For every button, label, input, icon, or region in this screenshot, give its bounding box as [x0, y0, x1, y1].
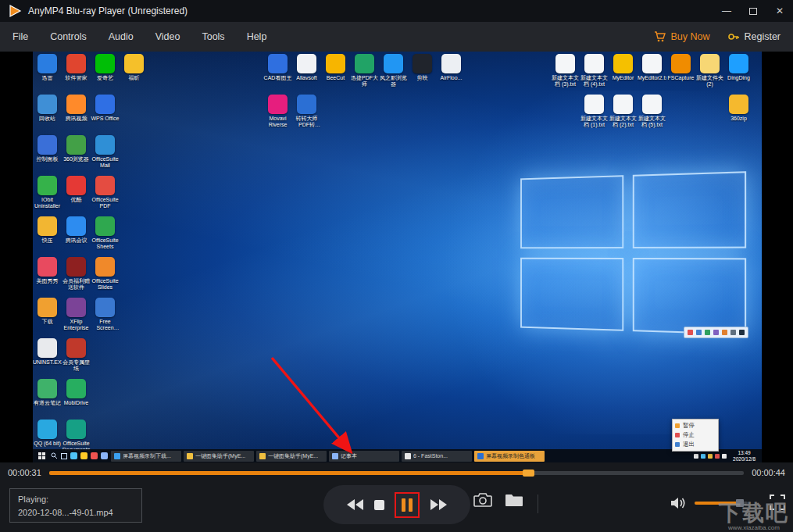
desktop-app-icon [38, 216, 57, 236]
desktop-app-icon [95, 176, 115, 195]
taskbar-button-label: 6 - FastSton... [413, 453, 448, 459]
desktop-icon: 优酷 [62, 176, 91, 216]
menu-right: Buy Now Register [654, 31, 780, 42]
desktop-icons-left: 迅雷 回收站 控制面板 IObit Uninstaller [33, 54, 148, 460]
desktop-icon: OfficeSuite Slides [91, 257, 120, 298]
popup-item-icon [675, 423, 680, 428]
desktop-icon-label: 剪映 [408, 75, 437, 81]
current-time: 00:00:31 [8, 468, 41, 477]
desktop-app-icon [95, 216, 115, 236]
desktop-icon: MyEditor [609, 54, 638, 95]
desktop-icon: DingDing [724, 54, 753, 95]
minimize-button[interactable]: — [713, 0, 740, 22]
app-window: AnyMP4 Blu-ray Player (Unregistered) — ✕… [0, 0, 793, 532]
volume-slider[interactable] [695, 502, 748, 505]
buy-now-button[interactable]: Buy Now [654, 31, 709, 42]
popup-item-label: 暂停 [683, 422, 695, 430]
desktop-icon-label: 福昕 [120, 75, 148, 81]
taskbar-window-button: 记事本 [329, 451, 399, 462]
desktop-app-icon [38, 135, 57, 155]
desktop-icon: CAD看图王 [263, 54, 292, 95]
menu-item[interactable]: Tools [202, 31, 224, 42]
seek-bar[interactable] [49, 471, 744, 475]
desktop-app-icon [66, 216, 86, 236]
desktop-icon: 快压 [33, 216, 62, 257]
recorder-tool-icon [713, 330, 719, 335]
desktop-file-icon [584, 95, 604, 114]
desktop-icon: AirFloo... [437, 54, 466, 95]
desktop-icon: 迅雷 [33, 54, 62, 95]
desktop-icon-label: 控制面板 [33, 156, 62, 162]
recorder-tool-icon [739, 330, 745, 335]
desktop-icon-label: 回收站 [33, 116, 62, 122]
desktop-app-icon [66, 338, 86, 358]
desktop-icon: Free Screen Video Rec... [91, 298, 120, 338]
snapshot-button[interactable] [473, 493, 492, 507]
desktop-app-icon [95, 95, 115, 114]
register-button[interactable]: Register [728, 31, 780, 42]
desktop-file-icon [613, 54, 633, 73]
desktop-icon-label: Allavsoft [292, 75, 321, 81]
menu-item[interactable]: Audio [109, 31, 134, 42]
desktop-app-icon [413, 54, 432, 73]
desktop-icon: 新建文本文档 (4).txt [580, 54, 609, 95]
desktop-app-icon [38, 338, 57, 358]
desktop-icon-label: DingDing [724, 75, 753, 81]
desktop-icon: Movavi Riverse [263, 95, 292, 135]
recorder-popup-menu: 暂停 停止 退出 [672, 419, 719, 452]
desktop-icon: OfficeSuite Sheets [91, 216, 120, 257]
tray-icon [708, 454, 713, 459]
open-folder-button[interactable] [505, 493, 523, 507]
taskbar-button-icon [477, 453, 484, 459]
titlebar: AnyMP4 Blu-ray Player (Unregistered) — ✕ [0, 0, 793, 22]
desktop-icon: 软件管家 [62, 54, 91, 95]
desktop-file-icon [613, 95, 633, 114]
seek-bar-row: 00:00:31 00:00:44 [0, 462, 793, 483]
taskbar-clock: 13:49 2020/12/8 [733, 450, 755, 462]
desktop-icon-label: 风之影浏览器 [379, 75, 408, 87]
taskbar-date: 2020/12/8 [733, 456, 755, 462]
volume-handle[interactable] [736, 499, 744, 507]
buy-now-label: Buy Now [670, 31, 709, 42]
rewind-button[interactable] [347, 499, 364, 510]
desktop-icon: 美图秀秀 [33, 257, 62, 298]
desktop-app-icon [95, 135, 115, 155]
volume-group [670, 496, 748, 510]
pause-button[interactable] [395, 492, 420, 518]
stop-button[interactable] [374, 500, 384, 510]
mute-button[interactable] [670, 496, 687, 510]
menu-item[interactable]: Video [155, 31, 180, 42]
fullscreen-button[interactable] [770, 495, 785, 510]
desktop-file-icon [700, 54, 720, 73]
desktop-icon: MobiDrive [62, 379, 91, 420]
desktop-icon-label: 爱奇艺 [91, 75, 120, 81]
close-button[interactable]: ✕ [766, 0, 793, 22]
desktop-app-icon [326, 54, 345, 73]
playing-filename: 2020-12-08...-49-01.mp4 [18, 506, 134, 520]
desktop-app-icon [441, 54, 461, 73]
desktop-icon-label: 转转大师PDF转WORD [292, 116, 321, 128]
transport-controls [323, 485, 470, 524]
desktop-icon: 有道云笔记 [33, 379, 62, 420]
menu-item[interactable]: File [13, 31, 28, 42]
desktop-file-icon [555, 54, 575, 73]
desktop-icon-label: XFlip Enterprise [62, 319, 91, 331]
desktop-icon-label: OfficeSuite PDF [91, 197, 120, 209]
desktop-icon: XFlip Enterprise [62, 298, 91, 338]
cart-icon [654, 31, 666, 42]
maximize-button[interactable] [740, 0, 766, 22]
seek-bar-handle[interactable] [523, 470, 534, 477]
desktop-app-icon [66, 176, 86, 195]
taskbar-button-icon [259, 453, 266, 459]
fast-forward-button[interactable] [430, 499, 447, 510]
desktop-icon: 360浏览器 [62, 135, 91, 176]
popup-menu-item: 停止 [675, 430, 716, 440]
video-display-area[interactable]: 迅雷 回收站 控制面板 IObit Uninstaller [0, 52, 793, 462]
desktop-icon-label: 优酷 [62, 197, 91, 203]
desktop-icon: 下载 [33, 298, 62, 338]
menu-item[interactable]: Controls [50, 31, 87, 42]
menu-item[interactable]: Help [247, 31, 267, 42]
desktop-icon-label: 腾讯视频 [62, 116, 91, 122]
desktop-icon: 360zip [724, 95, 753, 135]
desktop-app-icon [95, 298, 115, 317]
